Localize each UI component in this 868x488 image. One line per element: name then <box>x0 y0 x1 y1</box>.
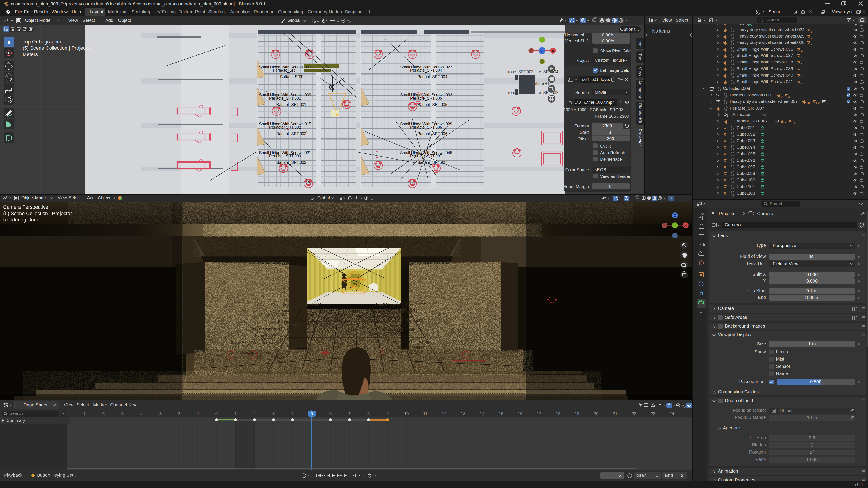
svg-text:19: 19 <box>575 411 579 416</box>
svg-text:-7: -7 <box>82 411 86 416</box>
svg-text:8: 8 <box>367 411 370 416</box>
svg-text:Z: Z <box>674 214 676 217</box>
svg-text:10: 10 <box>404 411 409 416</box>
svg-text:11: 11 <box>423 411 428 416</box>
svg-text:-4: -4 <box>139 411 143 416</box>
svg-text:X: X <box>552 49 554 53</box>
svg-text:16: 16 <box>518 411 522 416</box>
svg-text:14: 14 <box>480 411 485 416</box>
svg-text:X: X <box>684 223 687 227</box>
svg-text:13: 13 <box>461 411 465 416</box>
svg-text:20: 20 <box>594 411 598 416</box>
svg-text:7: 7 <box>348 411 351 416</box>
svg-text:22: 22 <box>631 411 636 416</box>
svg-text:3: 3 <box>272 411 275 416</box>
svg-text:5: 5 <box>311 411 313 416</box>
svg-text:Z: Z <box>541 49 543 53</box>
svg-text:2: 2 <box>253 411 256 416</box>
svg-text:18: 18 <box>556 411 560 416</box>
svg-text:9: 9 <box>386 411 389 416</box>
svg-text:12: 12 <box>442 411 446 416</box>
svg-text:15: 15 <box>499 411 503 416</box>
svg-text:-5: -5 <box>120 411 124 416</box>
svg-text:4: 4 <box>291 411 294 416</box>
svg-text:-3: -3 <box>158 411 162 416</box>
svg-text:6: 6 <box>329 411 332 416</box>
svg-text:-6: -6 <box>101 411 105 416</box>
svg-text:21: 21 <box>613 411 617 416</box>
svg-text:24: 24 <box>669 411 674 416</box>
svg-text:-2: -2 <box>177 411 181 416</box>
svg-text:17: 17 <box>537 411 541 416</box>
svg-text:1: 1 <box>235 411 237 416</box>
svg-text:23: 23 <box>651 411 655 416</box>
svg-text:0: 0 <box>215 411 218 416</box>
svg-text:-1: -1 <box>196 411 199 416</box>
